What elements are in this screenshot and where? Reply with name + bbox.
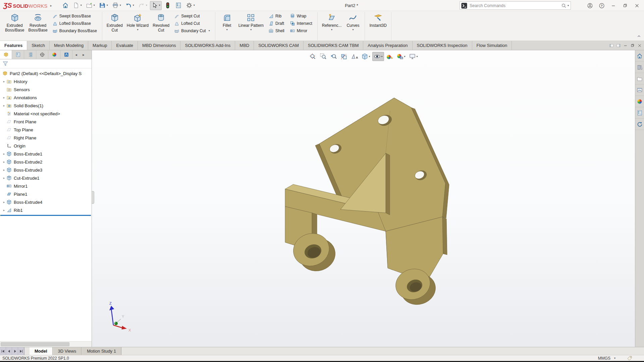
panel-tab-dimxpert-manager[interactable] — [36, 50, 48, 59]
tag-icon[interactable] — [627, 356, 632, 361]
ribbon-lofted-cut-button[interactable]: Lofted Cut — [173, 20, 211, 27]
tab-flow-simulation[interactable]: Flow Simulation — [472, 41, 512, 50]
dropdown-arrow-icon[interactable]: ▾ — [331, 28, 332, 31]
options-button[interactable]: ▾ — [184, 1, 196, 10]
login-button[interactable] — [584, 0, 596, 11]
expand-arrow-icon[interactable]: ▸ — [2, 160, 6, 164]
file-properties-button[interactable] — [174, 1, 183, 10]
close-button[interactable] — [631, 0, 643, 11]
tree-item-mirror1[interactable]: Mirror1 — [0, 182, 92, 190]
expand-arrow-icon[interactable]: ▸ — [2, 200, 6, 204]
undo-button[interactable]: ▾ — [124, 1, 136, 10]
restore-button[interactable] — [619, 0, 631, 11]
expand-arrow-icon[interactable]: ▸ — [2, 104, 6, 107]
dropdown-arrow-icon[interactable]: ▾ — [194, 4, 195, 7]
tree-item-boss-extrude1[interactable]: ▸Boss-Extrude1 — [0, 150, 92, 158]
tree-item-material-not-specified[interactable]: Material <not specified> — [0, 110, 92, 118]
ribbon-swept-cut-button[interactable]: Swept Cut — [173, 12, 211, 19]
panel-tabs-scroll-right[interactable]: ▸ — [80, 50, 87, 59]
expand-arrow-icon[interactable]: ▸ — [2, 176, 6, 180]
tree-item-right-plane[interactable]: Right Plane — [0, 134, 92, 142]
search-commands-box[interactable]: ▾ — [460, 1, 571, 10]
dropdown-arrow-icon[interactable]: ▾ — [80, 4, 82, 7]
zoom-to-fit-button[interactable] — [308, 52, 317, 61]
ribbon-fillet-button[interactable]: Fillet▾ — [218, 12, 236, 40]
taskpane-design-library-button[interactable] — [635, 62, 644, 73]
tab-analysis-preparation[interactable]: Analysis Preparation — [363, 41, 412, 50]
tree-item-cut-extrude1[interactable]: ▸Cut-Extrude1 — [0, 174, 92, 182]
tab-sketch[interactable]: Sketch — [27, 41, 50, 50]
ribbon-linear-pattern-button[interactable]: Linear Pattern▾ — [236, 12, 266, 40]
zoom-to-area-button[interactable] — [318, 52, 328, 61]
rebuild-button[interactable] — [163, 1, 172, 10]
tree-horizontal-scrollbar[interactable] — [0, 341, 92, 347]
tab-solidworks-cam[interactable]: SOLIDWORKS CAM — [254, 41, 304, 50]
tab-mesh-modeling[interactable]: Mesh Modeling — [50, 41, 88, 50]
graphics-viewport[interactable]: A▾▾▾▾ — [92, 50, 635, 347]
doc-minimize-icon[interactable] — [623, 43, 628, 48]
save-button[interactable]: ▾ — [98, 1, 109, 10]
taskpane-solidworks-forum-button[interactable] — [635, 119, 644, 130]
tree-item-top-plane[interactable]: Top Plane — [0, 126, 92, 134]
ribbon-curves-button[interactable]: Curves▾ — [343, 12, 362, 40]
dropdown-arrow-icon[interactable]: ▾ — [226, 28, 228, 31]
ribbon-boundary-boss-base-button[interactable]: Boundary Boss/Base — [51, 27, 98, 34]
tab-features[interactable]: Features — [0, 41, 27, 50]
search-input[interactable] — [470, 3, 561, 8]
dropdown-arrow-icon[interactable]: ▾ — [369, 55, 370, 58]
dropdown-arrow-icon[interactable]: ▾ — [137, 28, 139, 31]
ribbon-referenc-button[interactable]: Referenc...▾ — [320, 12, 344, 40]
doc-restore-icon[interactable] — [630, 43, 635, 48]
hide-show-items-button[interactable]: ▾ — [372, 52, 384, 61]
tree-item-history[interactable]: ▸History — [0, 77, 92, 85]
open-button[interactable]: ▾ — [85, 1, 96, 10]
tree-item-rib1[interactable]: ▸Rib1 — [0, 206, 92, 214]
apply-scene-button[interactable]: ▾ — [395, 52, 407, 61]
minimize-button[interactable] — [607, 0, 619, 11]
dropdown-arrow-icon[interactable]: ▾ — [159, 4, 160, 7]
ribbon-hole-wizard-button[interactable]: Hole Wizard▾ — [125, 12, 151, 40]
dropdown-arrow-icon[interactable]: ▾ — [352, 28, 354, 31]
tree-item-annotations[interactable]: ▸AAnnotations — [0, 94, 92, 102]
print-button[interactable]: ▾ — [111, 1, 122, 10]
logo-flyout-arrow[interactable]: ▸ — [48, 4, 55, 7]
dropdown-arrow-icon[interactable]: ▾ — [146, 4, 147, 7]
select-button[interactable]: ▾ — [150, 1, 162, 10]
tree-root-part[interactable]: Part2 (Default) <<Default>_Display S — [0, 69, 92, 77]
new-document-button[interactable]: ▾ — [71, 1, 83, 10]
panel-tab-featuremanager-tree[interactable] — [0, 50, 12, 59]
tree-item-boss-extrude2[interactable]: ▸Boss-Extrude2 — [0, 158, 92, 166]
dropdown-arrow-icon[interactable]: ▾ — [404, 55, 406, 58]
dropdown-arrow-icon[interactable]: ▾ — [381, 55, 382, 58]
expand-arrow-icon[interactable]: ▸ — [2, 80, 6, 83]
tab-mbd-dimensions[interactable]: MBD Dimensions — [138, 41, 180, 50]
search-dropdown-arrow[interactable]: ▾ — [568, 4, 569, 7]
expand-arrow-icon[interactable]: ▸ — [2, 208, 6, 212]
taskpane-view-palette-button[interactable] — [635, 84, 644, 96]
tab-mbd[interactable]: MBD — [235, 41, 254, 50]
part-model[interactable] — [278, 93, 452, 311]
panel-splitter-handle[interactable] — [92, 191, 94, 204]
tree-item-solid-bodies-1[interactable]: ▸Solid Bodies(1) — [0, 102, 92, 110]
home-button[interactable] — [61, 1, 70, 10]
panel-tab-configuration-manager[interactable] — [24, 50, 36, 59]
redo-button[interactable]: ▾ — [137, 1, 149, 10]
dropdown-arrow-icon[interactable]: ▾ — [133, 4, 134, 7]
dropdown-arrow-icon[interactable]: ▾ — [209, 29, 210, 32]
ribbon-mirror-button[interactable]: Mirror — [288, 27, 314, 34]
tree-filter-input[interactable] — [11, 61, 89, 67]
dynamic-annotation-views-button[interactable]: A — [349, 52, 359, 61]
taskpane-solidworks-resources-button[interactable] — [635, 50, 644, 62]
dock-left-icon[interactable] — [609, 43, 614, 48]
filter-funnel-icon[interactable] — [2, 61, 8, 67]
doc-tab-3d-views[interactable]: 3D Views — [53, 347, 82, 355]
tree-item-boss-extrude4[interactable]: ▸Boss-Extrude4 — [0, 198, 92, 206]
ribbon-shell-button[interactable]: Shell — [267, 27, 286, 34]
expand-arrow-icon[interactable]: ▸ — [2, 168, 6, 172]
taskpane-appearances-scenes-button[interactable] — [635, 96, 644, 107]
panel-tab-property-manager[interactable] — [12, 50, 24, 59]
ribbon-revolved-boss-base-button[interactable]: Revolved Boss/Base — [26, 12, 49, 40]
expand-arrow-icon[interactable]: ▸ — [2, 96, 6, 99]
expand-arrow-icon[interactable]: ▸ — [2, 152, 6, 156]
tab-evaluate[interactable]: Evaluate — [112, 41, 138, 50]
